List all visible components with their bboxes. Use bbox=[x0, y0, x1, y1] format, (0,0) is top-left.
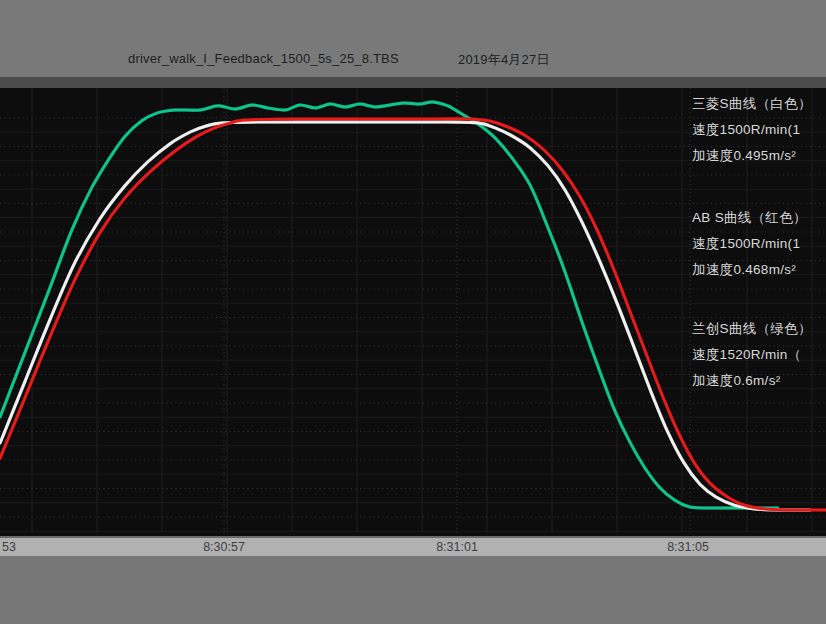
legend-speed-value: 速度1500R/min(1 bbox=[692, 117, 826, 143]
legend-curve-name: 三菱S曲线（白色） bbox=[692, 91, 826, 117]
legend-block-mitsubishi: 三菱S曲线（白色） 速度1500R/min(1 加速度0.495m/s² bbox=[692, 91, 826, 169]
x-tick-label: 53 bbox=[2, 540, 16, 554]
scope-viewer-window: driver_walk_I_Feedback_1500_5s_25_8.TBS … bbox=[0, 0, 826, 624]
legend-accel-value: 加速度0.495m/s² bbox=[692, 143, 826, 169]
legend-accel-value: 加速度0.6m/s² bbox=[692, 368, 826, 394]
x-tick-label: 8:31:01 bbox=[436, 540, 478, 554]
legend-curve-name: AB S曲线（红色） bbox=[692, 205, 826, 231]
green-curve bbox=[0, 102, 778, 508]
x-tick-label: 8:30:57 bbox=[203, 540, 245, 554]
legend-speed-value: 速度1500R/min(1 bbox=[692, 231, 826, 257]
footer-bar bbox=[0, 556, 826, 624]
red-curve bbox=[0, 119, 826, 510]
x-axis-strip: 53 8:30:57 8:31:01 8:31:05 bbox=[0, 536, 826, 556]
legend-curve-name: 兰创S曲线（绿色） bbox=[692, 316, 826, 342]
legend-accel-value: 加速度0.468m/s² bbox=[692, 257, 826, 283]
legend-block-ab: AB S曲线（红色） 速度1500R/min(1 加速度0.468m/s² bbox=[692, 205, 826, 283]
x-tick-label: 8:31:05 bbox=[667, 540, 709, 554]
legend-block-lanchuang: 兰创S曲线（绿色） 速度1520R/min（ 加速度0.6m/s² bbox=[692, 316, 826, 394]
legend-speed-value: 速度1520R/min（ bbox=[692, 342, 826, 368]
